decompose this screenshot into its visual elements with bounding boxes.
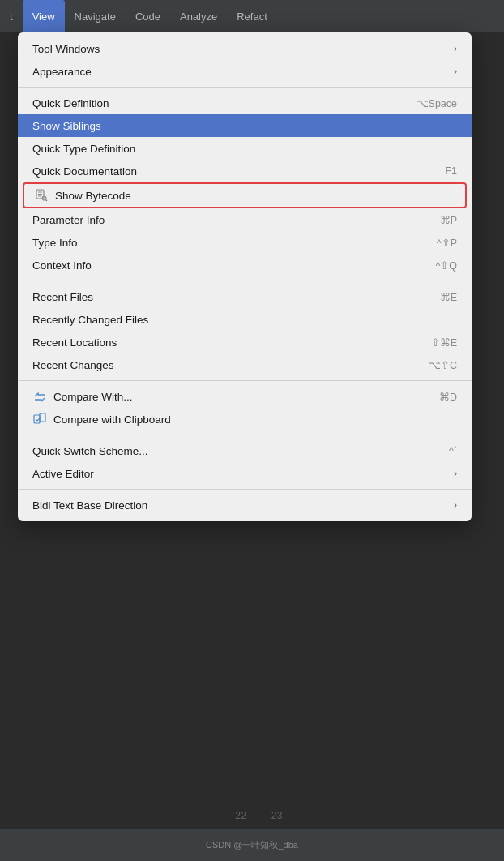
menu-bar: t View Navigate Code Analyze Refact xyxy=(0,0,504,32)
tool-windows-arrow: › xyxy=(454,43,457,54)
menu-refact[interactable]: Refact xyxy=(227,0,277,32)
recent-changes-shortcut: ⌥⇧C xyxy=(429,359,457,371)
compare-with-label: Compare With... xyxy=(32,389,133,404)
separator-4 xyxy=(18,435,472,435)
svg-rect-7 xyxy=(40,413,45,422)
menu-item-compare-clipboard[interactable]: Compare with Clipboard xyxy=(18,408,472,430)
context-info-shortcut: ^⇧Q xyxy=(435,259,457,272)
menu-item-context-info[interactable]: Context Info ^⇧Q xyxy=(18,254,472,276)
menu-t[interactable]: t xyxy=(0,0,23,32)
line-number-23: 23 xyxy=(271,811,282,822)
parameter-info-shortcut: ⌘P xyxy=(440,214,457,226)
bytecode-icon xyxy=(34,188,49,203)
compare-with-shortcut: ⌘D xyxy=(439,391,457,403)
show-bytecode-label: Show Bytecode xyxy=(34,188,131,203)
watermark-bar: CSDN @一叶知秋_dba xyxy=(0,829,504,861)
menu-item-quick-switch[interactable]: Quick Switch Scheme... ^` xyxy=(18,439,472,462)
view-dropdown-menu: Tool Windows › Appearance › Quick Defini… xyxy=(18,32,472,521)
recently-changed-label: Recently Changed Files xyxy=(32,314,148,326)
compare-with-icon xyxy=(32,389,47,404)
separator-3 xyxy=(18,380,472,381)
quick-definition-label: Quick Definition xyxy=(32,97,109,109)
separator-5 xyxy=(18,489,472,490)
menu-item-bidi-text[interactable]: Bidi Text Base Direction › xyxy=(18,494,472,516)
menu-item-quick-type-definition[interactable]: Quick Type Definition xyxy=(18,137,472,160)
quick-switch-shortcut: ^` xyxy=(449,445,457,456)
menu-item-compare-with[interactable]: Compare With... ⌘D xyxy=(18,385,472,408)
recent-changes-label: Recent Changes xyxy=(32,359,114,371)
quick-definition-shortcut: ⌥Space xyxy=(416,97,457,109)
separator-2 xyxy=(18,281,472,281)
compare-clipboard-icon xyxy=(32,412,47,426)
menu-code[interactable]: Code xyxy=(126,0,170,32)
menu-item-recent-locations[interactable]: Recent Locations ⇧⌘E xyxy=(18,331,472,353)
recent-files-label: Recent Files xyxy=(32,291,93,303)
bidi-text-arrow: › xyxy=(454,499,457,511)
type-info-label: Type Info xyxy=(32,237,78,249)
active-editor-arrow: › xyxy=(454,468,457,479)
tool-windows-label: Tool Windows xyxy=(32,43,100,55)
menu-item-active-editor[interactable]: Active Editor › xyxy=(18,462,472,485)
menu-item-parameter-info[interactable]: Parameter Info ⌘P xyxy=(18,208,472,231)
type-info-shortcut: ^⇧P xyxy=(437,237,457,249)
menu-item-show-bytecode[interactable]: Show Bytecode xyxy=(24,184,465,207)
show-siblings-label: Show Siblings xyxy=(32,120,101,132)
menu-item-quick-definition[interactable]: Quick Definition ⌥Space xyxy=(18,92,472,114)
line-numbers-area: 22 23 xyxy=(0,788,504,829)
watermark-text: CSDN @一叶知秋_dba xyxy=(206,839,298,851)
menu-item-quick-documentation[interactable]: Quick Documentation F1 xyxy=(18,160,472,182)
active-editor-label: Active Editor xyxy=(32,468,94,480)
quick-documentation-shortcut: F1 xyxy=(445,165,457,177)
recent-locations-shortcut: ⇧⌘E xyxy=(431,336,457,349)
compare-clipboard-label: Compare with Clipboard xyxy=(32,412,171,426)
recent-locations-label: Recent Locations xyxy=(32,336,117,349)
menu-item-show-siblings[interactable]: Show Siblings xyxy=(18,114,472,137)
appearance-label: Appearance xyxy=(32,66,92,78)
quick-switch-label: Quick Switch Scheme... xyxy=(32,445,148,457)
separator-1 xyxy=(18,87,472,88)
menu-view[interactable]: View xyxy=(23,0,65,32)
line-number-22: 22 xyxy=(235,811,246,822)
svg-line-5 xyxy=(46,200,48,202)
context-info-label: Context Info xyxy=(32,259,92,272)
quick-type-definition-label: Quick Type Definition xyxy=(32,143,135,155)
quick-documentation-label: Quick Documentation xyxy=(32,165,137,178)
parameter-info-label: Parameter Info xyxy=(32,214,105,226)
menu-item-appearance[interactable]: Appearance › xyxy=(18,60,472,83)
recent-files-shortcut: ⌘E xyxy=(440,291,457,303)
menu-item-recently-changed[interactable]: Recently Changed Files xyxy=(18,308,472,331)
menu-item-recent-files[interactable]: Recent Files ⌘E xyxy=(18,285,472,308)
menu-navigate[interactable]: Navigate xyxy=(65,0,126,32)
menu-item-type-info[interactable]: Type Info ^⇧P xyxy=(18,231,472,254)
bidi-text-label: Bidi Text Base Direction xyxy=(32,499,147,512)
menu-analyze[interactable]: Analyze xyxy=(170,0,227,32)
menu-item-recent-changes[interactable]: Recent Changes ⌥⇧C xyxy=(18,353,472,376)
bytecode-highlight-box: Show Bytecode xyxy=(23,182,467,208)
menu-item-tool-windows[interactable]: Tool Windows › xyxy=(18,37,472,60)
appearance-arrow: › xyxy=(454,66,457,77)
